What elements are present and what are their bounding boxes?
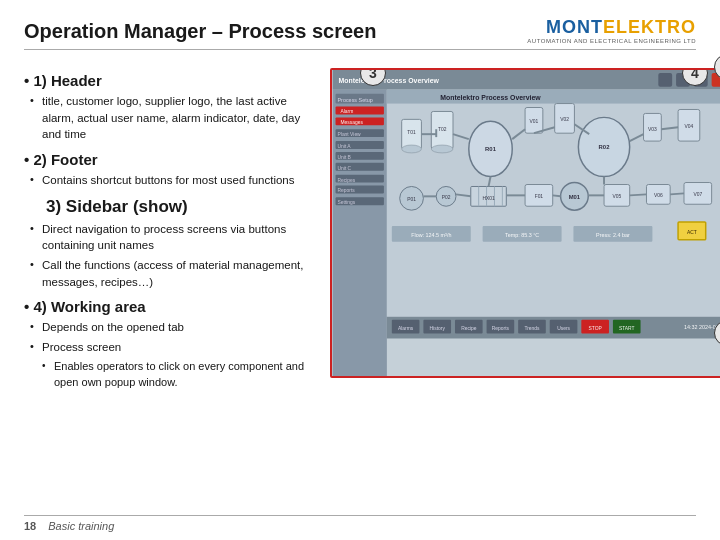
- svg-text:V07: V07: [693, 192, 702, 197]
- company-logo: MONTELEKTRO AUTOMATION AND ELECTRICAL EN…: [527, 18, 696, 44]
- svg-text:Unit A: Unit A: [338, 144, 352, 149]
- svg-text:Recipe: Recipe: [461, 326, 477, 331]
- svg-text:T02: T02: [438, 127, 447, 132]
- svg-line-90: [630, 194, 647, 195]
- svg-text:V04: V04: [685, 124, 694, 129]
- svg-text:Montelektro Process Overview: Montelektro Process Overview: [440, 94, 541, 101]
- svg-text:Settings: Settings: [338, 200, 356, 205]
- svg-text:V06: V06: [654, 193, 663, 198]
- svg-text:History: History: [430, 326, 446, 331]
- svg-text:Users: Users: [557, 326, 570, 331]
- svg-text:Trends: Trends: [524, 326, 540, 331]
- svg-text:Recipes: Recipes: [338, 178, 356, 183]
- svg-text:Alarms: Alarms: [398, 326, 414, 331]
- svg-text:Unit C: Unit C: [338, 166, 352, 171]
- svg-point-35: [431, 145, 453, 153]
- svg-text:Press: 2.4 bar: Press: 2.4 bar: [596, 232, 630, 238]
- section-working-area-title: 4) Working area: [24, 298, 314, 315]
- svg-text:V01: V01: [530, 119, 539, 124]
- process-screen-image: 3 4 2 Montelektro Process Overview: [330, 68, 720, 378]
- logo-text: MONTELEKTRO: [546, 18, 696, 36]
- logo-part1: MONT: [546, 17, 603, 37]
- svg-text:Plant View: Plant View: [338, 132, 362, 137]
- svg-text:Process Setup: Process Setup: [338, 97, 373, 103]
- svg-text:STOP: STOP: [588, 326, 602, 331]
- svg-text:P01: P01: [407, 197, 416, 202]
- svg-text:R02: R02: [599, 144, 611, 150]
- svg-text:F01: F01: [535, 194, 544, 199]
- svg-text:Messages: Messages: [340, 120, 363, 125]
- svg-text:Temp: 85.3 °C: Temp: 85.3 °C: [505, 232, 539, 238]
- footer-detail: Contains shortcut buttons for most used …: [24, 172, 314, 189]
- svg-text:M01: M01: [569, 194, 581, 200]
- image-column: 1 3 4 2: [330, 64, 720, 393]
- text-column: 1) Header title, customer logo, supplier…: [24, 64, 314, 393]
- svg-text:V05: V05: [612, 194, 621, 199]
- svg-rect-3: [658, 73, 672, 87]
- footer-page-number: 18: [24, 520, 36, 532]
- main-content: 1) Header title, customer logo, supplier…: [24, 64, 696, 393]
- sidebar-detail-2: Call the functions (access of material m…: [24, 257, 314, 290]
- svg-text:Alarm: Alarm: [340, 109, 353, 114]
- svg-rect-29: [387, 90, 720, 104]
- footer-training-label: Basic training: [48, 520, 114, 532]
- slide-footer: 18 Basic training: [24, 515, 696, 532]
- svg-text:P02: P02: [442, 195, 451, 200]
- section-header-title: 1) Header: [24, 72, 314, 89]
- svg-line-88: [553, 195, 561, 196]
- logo-subtitle: AUTOMATION AND ELECTRICAL ENGINEERING LT…: [527, 38, 696, 44]
- section-sidebar-title: 3) Sidebar (show): [24, 197, 314, 217]
- svg-line-91: [670, 193, 684, 194]
- svg-text:ACT: ACT: [687, 230, 697, 235]
- svg-text:Flow: 124.5 m³/h: Flow: 124.5 m³/h: [411, 232, 451, 238]
- logo-part2: ELEKTRO: [603, 17, 696, 37]
- section-footer-title: 2) Footer: [24, 151, 314, 168]
- slide: MONTELEKTRO AUTOMATION AND ELECTRICAL EN…: [0, 0, 720, 540]
- svg-text:Reports: Reports: [492, 326, 510, 331]
- svg-text:R01: R01: [485, 146, 497, 152]
- svg-text:HX01: HX01: [482, 196, 495, 201]
- svg-text:V03: V03: [648, 127, 657, 132]
- working-area-detail-2: Process screen: [24, 339, 314, 356]
- svg-text:Unit B: Unit B: [338, 155, 352, 160]
- svg-text:Montelektro Process Overview: Montelektro Process Overview: [339, 77, 440, 84]
- sidebar-detail-1: Direct navigation to process screens via…: [24, 221, 314, 254]
- svg-text:T01: T01: [407, 130, 416, 135]
- working-area-sub-detail: Enables operators to click on every comp…: [24, 359, 314, 391]
- svg-point-32: [402, 145, 422, 153]
- svg-text:START: START: [619, 326, 635, 331]
- header-detail: title, customer logo, supplier logo, the…: [24, 93, 314, 143]
- title-divider: [24, 49, 696, 50]
- working-area-detail-1: Depends on the opened tab: [24, 319, 314, 336]
- svg-text:V02: V02: [560, 117, 569, 122]
- process-diagram-svg: Montelektro Process Overview Process Set…: [332, 70, 720, 376]
- svg-text:Reports: Reports: [338, 188, 356, 193]
